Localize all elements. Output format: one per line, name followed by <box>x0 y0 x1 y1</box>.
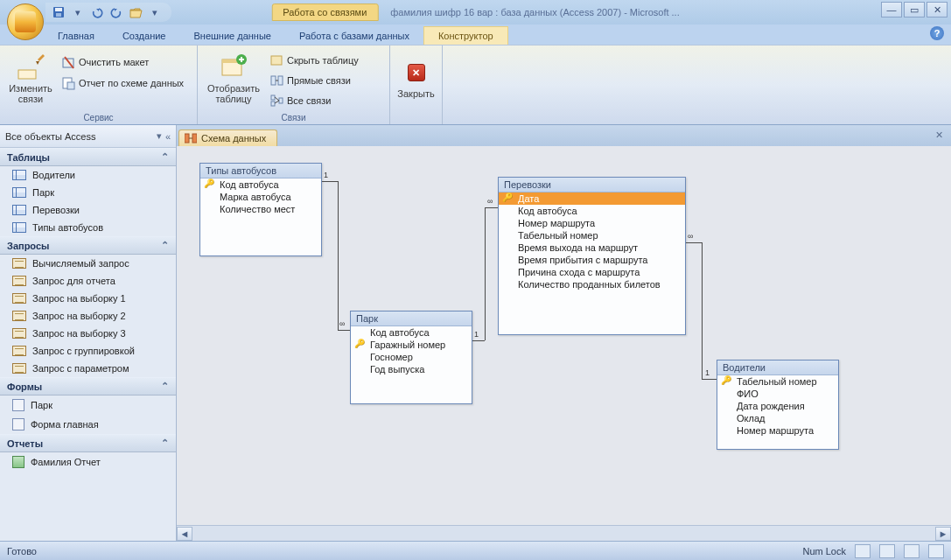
table-item[interactable]: Перевозки <box>0 201 176 219</box>
entity-field[interactable]: Гаражный номер <box>351 339 472 351</box>
cardinality-one: 1 <box>474 330 479 339</box>
entity-field[interactable]: Табельный номер <box>717 375 838 388</box>
entity-field[interactable]: Количество проданных билетов <box>499 278 685 290</box>
category-queries[interactable]: Запросы⌃ <box>0 236 176 255</box>
status-text: Готово <box>7 546 37 556</box>
minimize-button[interactable]: — <box>881 2 902 18</box>
entity-field[interactable]: Номер маршрута <box>499 217 685 229</box>
title-bar: ▾ ▾ Работа со связями фамилия шифр 16 ва… <box>0 0 951 24</box>
nav-dropdown-icon[interactable]: ▾ <box>157 130 162 142</box>
entity-drivers[interactable]: Водители Табельный номер ФИО Дата рожден… <box>717 360 839 450</box>
view-button[interactable] <box>904 544 920 558</box>
show-table-button[interactable]: Отобразить таблицу <box>203 49 264 108</box>
table-item[interactable]: Водители <box>0 166 176 184</box>
entity-transport[interactable]: Перевозки Дата Код автобуса Номер маршру… <box>498 177 686 335</box>
close-button[interactable]: ✕ Закрыть <box>395 49 437 108</box>
report-item[interactable]: Фамилия Отчет <box>0 452 176 472</box>
window-title: фамилия шифр 16 вар : база данных (Acces… <box>390 7 679 18</box>
query-item[interactable]: Запрос с группировкой <box>0 342 176 360</box>
entity-title: Перевозки <box>499 178 685 192</box>
close-label: Закрыть <box>397 88 434 99</box>
entity-field[interactable]: Код автобуса <box>200 178 321 191</box>
category-tables[interactable]: Таблицы⌃ <box>0 148 176 166</box>
svg-rect-7 <box>67 82 74 89</box>
scroll-track[interactable] <box>192 527 935 541</box>
form-item[interactable]: Форма главная <box>0 415 176 434</box>
all-relations-icon <box>269 94 283 108</box>
query-item[interactable]: Запрос на выборку 2 <box>0 307 176 325</box>
direct-relations-button[interactable]: Прямые связи <box>268 71 360 90</box>
category-reports[interactable]: Отчеты⌃ <box>0 434 176 452</box>
entity-field[interactable]: Код автобуса <box>499 205 685 217</box>
nav-collapse-icon[interactable]: « <box>165 131 171 142</box>
entity-bus-types[interactable]: Типы автобусов Код автобуса Марка автобу… <box>199 163 322 256</box>
clear-layout-button[interactable]: Очистить макет <box>59 52 185 72</box>
tab-home[interactable]: Главная <box>44 27 108 45</box>
view-button[interactable] <box>855 544 871 558</box>
horizontal-scrollbar[interactable]: ◄ ► <box>177 525 951 541</box>
schema-report-button[interactable]: Отчет по схеме данных <box>59 74 185 93</box>
qat-dropdown-icon[interactable]: ▾ <box>70 4 86 20</box>
entity-field[interactable]: Дата рождения <box>717 400 838 412</box>
entity-field[interactable]: Оклад <box>717 412 838 424</box>
maximize-button[interactable]: ▭ <box>904 2 925 18</box>
form-item[interactable]: Парк <box>0 396 176 415</box>
entity-park[interactable]: Парк Код автобуса Гаражный номер Госноме… <box>350 311 472 404</box>
all-relations-button[interactable]: Все связи <box>268 91 360 110</box>
entity-field[interactable]: Год выпуска <box>351 363 472 375</box>
report-icon <box>12 456 24 468</box>
scroll-left-icon[interactable]: ◄ <box>177 527 192 541</box>
edit-relations-button[interactable]: Изменить связи <box>5 49 56 108</box>
entity-field[interactable]: Марка автобуса <box>200 191 321 203</box>
form-icon <box>12 399 24 411</box>
query-item[interactable]: Запрос для отчета <box>0 272 176 290</box>
entity-field[interactable]: Код автобуса <box>351 326 472 339</box>
query-item[interactable]: Запрос на выборку 3 <box>0 325 176 342</box>
help-icon[interactable]: ? <box>930 26 944 40</box>
close-window-button[interactable]: ✕ <box>927 2 948 18</box>
office-button[interactable] <box>7 4 44 40</box>
entity-title: Типы автобусов <box>200 164 321 178</box>
document-tab[interactable]: Схема данных <box>178 130 277 146</box>
redo-icon[interactable] <box>108 4 124 20</box>
tab-db-tools[interactable]: Работа с базами данных <box>285 27 423 45</box>
qat-more-icon[interactable]: ▾ <box>147 4 163 20</box>
quick-access-toolbar: ▾ ▾ <box>45 3 171 22</box>
view-button[interactable] <box>928 544 944 558</box>
tab-external-data[interactable]: Внешние данные <box>180 27 285 45</box>
save-icon[interactable] <box>51 4 66 20</box>
svg-rect-16 <box>271 102 275 106</box>
open-icon[interactable] <box>128 4 143 20</box>
relationship-canvas[interactable]: Типы автобусов Код автобуса Марка автобу… <box>177 146 951 525</box>
tab-designer[interactable]: Конструктор <box>423 26 508 45</box>
query-icon <box>12 328 26 339</box>
show-table-icon <box>220 53 248 81</box>
entity-field[interactable]: Госномер <box>351 351 472 363</box>
svg-rect-3 <box>18 70 36 79</box>
entity-field[interactable]: Причина схода с маршрута <box>499 266 685 278</box>
tab-create[interactable]: Создание <box>108 27 180 45</box>
query-item[interactable]: Вычисляемый запрос <box>0 255 176 272</box>
close-tab-icon[interactable]: ✕ <box>932 128 946 142</box>
nav-pane-header[interactable]: Все объекты Access ▾« <box>0 125 176 148</box>
query-item[interactable]: Запрос на выборку 1 <box>0 290 176 307</box>
entity-field-selected[interactable]: Дата <box>499 192 685 205</box>
category-forms[interactable]: Формы⌃ <box>0 377 176 396</box>
entity-field[interactable]: Время прибытия с маршрута <box>499 254 685 266</box>
schema-report-icon <box>61 76 75 90</box>
entity-field[interactable]: Табельный номер <box>499 229 685 242</box>
entity-field[interactable]: ФИО <box>717 388 838 400</box>
table-item[interactable]: Парк <box>0 184 176 201</box>
view-button[interactable] <box>879 544 895 558</box>
table-item[interactable]: Типы автобусов <box>0 219 176 236</box>
undo-icon[interactable] <box>89 4 105 20</box>
query-item[interactable]: Запрос с параметром <box>0 360 176 377</box>
relationship-line <box>485 207 486 340</box>
entity-field[interactable]: Количество мест <box>200 203 321 215</box>
relationship-line <box>338 330 350 331</box>
hide-table-button[interactable]: Скрыть таблицу <box>268 51 360 70</box>
table-icon <box>12 205 26 215</box>
entity-field[interactable]: Номер маршрута <box>717 424 838 437</box>
entity-field[interactable]: Время выхода на маршрут <box>499 242 685 254</box>
scroll-right-icon[interactable]: ► <box>935 527 951 541</box>
